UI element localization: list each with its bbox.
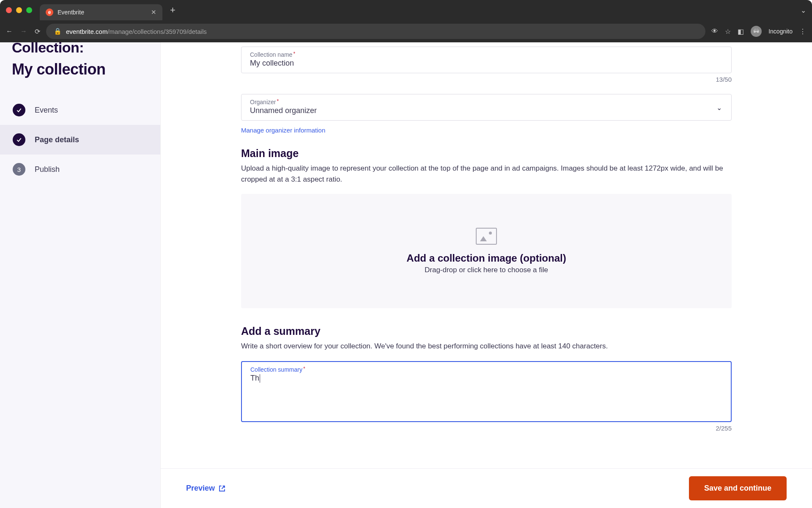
extensions-icon[interactable]: ◧ <box>738 28 744 36</box>
collection-name-counter: 13/50 <box>241 76 732 83</box>
eye-off-icon[interactable]: 👁 <box>711 28 718 35</box>
new-tab-button[interactable]: + <box>170 5 176 16</box>
required-asterisk: * <box>303 366 305 372</box>
organizer-select[interactable]: Organizer* Unnamed organizer ⌄ <box>241 94 732 121</box>
step-index: 3 <box>13 163 25 176</box>
window-titlebar: e Eventbrite ✕ + ⌄ <box>0 0 812 20</box>
collection-summary-field[interactable]: Collection summary* Th <box>241 361 732 422</box>
kebab-menu-icon[interactable]: ⋮ <box>799 28 806 36</box>
sidebar: Collection: My collection Events Page de… <box>0 42 161 508</box>
required-asterisk: * <box>277 98 279 104</box>
breadcrumb: Collection: <box>12 40 148 53</box>
url-path: /manage/collections/359709/details <box>107 28 206 35</box>
traffic-lights <box>6 7 32 13</box>
main-image-description: Upload a high-quality image to represent… <box>241 163 732 185</box>
preview-link[interactable]: Preview <box>186 484 226 493</box>
footer-bar: Preview Save and continue <box>161 468 812 508</box>
tab-title: Eventbrite <box>58 9 147 16</box>
dropzone-subtitle: Drag-drop or click here to choose a file <box>425 266 548 274</box>
incognito-avatar-icon: 🕶 <box>751 26 762 37</box>
tabs-overflow-icon[interactable]: ⌄ <box>801 6 806 14</box>
chevron-down-icon: ⌄ <box>716 103 722 111</box>
close-tab-icon[interactable]: ✕ <box>151 8 156 16</box>
collection-summary-input[interactable]: Th <box>250 374 722 416</box>
main-content: Collection name* 13/50 Organizer* Unname… <box>161 42 812 508</box>
check-icon <box>13 133 25 146</box>
summary-counter: 2/255 <box>241 425 732 432</box>
forward-button[interactable]: → <box>20 28 27 36</box>
required-asterisk: * <box>293 51 295 57</box>
reload-button[interactable]: ⟳ <box>35 28 40 36</box>
step-events[interactable]: Events <box>0 95 160 125</box>
image-placeholder-icon <box>476 228 497 245</box>
lock-icon: 🔒 <box>54 28 62 35</box>
collection-name-field[interactable]: Collection name* <box>241 47 732 73</box>
favicon-icon: e <box>46 8 53 16</box>
collection-name-input[interactable] <box>250 59 723 68</box>
check-icon <box>13 104 25 116</box>
close-window-button[interactable] <box>6 7 12 13</box>
incognito-label: Incognito <box>768 28 793 35</box>
step-label: Events <box>35 106 58 115</box>
summary-heading: Add a summary <box>241 325 732 337</box>
browser-tab[interactable]: e Eventbrite ✕ <box>40 4 162 20</box>
minimize-window-button[interactable] <box>16 7 22 13</box>
step-label: Page details <box>35 135 79 144</box>
url-host: eventbrite.com <box>66 28 107 35</box>
external-link-icon <box>218 485 226 492</box>
summary-description: Write a short overview for your collecti… <box>241 341 732 352</box>
bookmark-icon[interactable]: ☆ <box>725 28 731 36</box>
image-dropzone[interactable]: Add a collection image (optional) Drag-d… <box>241 194 732 308</box>
text-cursor <box>260 374 260 383</box>
address-bar[interactable]: 🔒 eventbrite.com/manage/collections/3597… <box>46 24 705 39</box>
main-image-heading: Main image <box>241 147 732 160</box>
dropzone-title: Add a collection image (optional) <box>406 252 566 264</box>
page-title: My collection <box>12 61 148 78</box>
step-publish[interactable]: 3 Publish <box>0 155 160 184</box>
organizer-value: Unnamed organizer <box>250 106 723 115</box>
maximize-window-button[interactable] <box>26 7 32 13</box>
step-label: Publish <box>35 165 60 174</box>
step-nav: Events Page details 3 Publish <box>0 95 160 184</box>
preview-label: Preview <box>186 484 215 493</box>
url-toolbar: ← → ⟳ 🔒 eventbrite.com/manage/collection… <box>0 20 812 42</box>
field-label: Collection summary <box>250 366 302 373</box>
manage-organizer-link[interactable]: Manage organizer information <box>241 127 325 134</box>
save-continue-button[interactable]: Save and continue <box>689 476 787 500</box>
step-page-details[interactable]: Page details <box>0 125 160 155</box>
back-button[interactable]: ← <box>6 28 13 36</box>
field-label: Organizer <box>250 99 276 105</box>
field-label: Collection name <box>250 51 292 58</box>
